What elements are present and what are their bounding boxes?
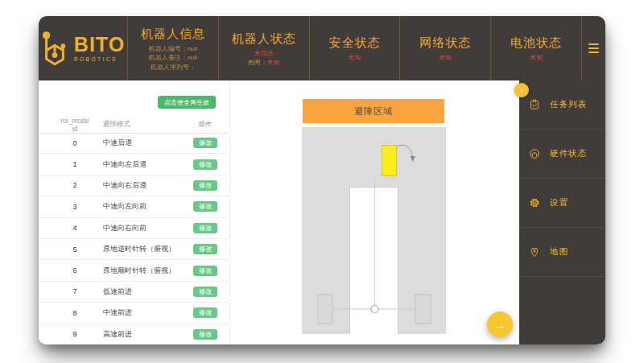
sync-status: 未同步 [254,49,274,58]
table-row: 7 低速前进 修改 [39,282,229,303]
section-title: 机器人状态 [232,31,296,47]
modify-button[interactable]: 修改 [193,266,217,276]
table-row: 5 原地逆时针转（俯视） 修改 [39,239,229,260]
table-row: 2 中速向右后退 修改 [39,175,229,196]
table-row: 6 原地顺时针转（俯视） 修改 [39,260,229,281]
topbar-section-battery-status[interactable]: 电池状态 未知 [490,16,581,80]
modify-button[interactable]: 修改 [193,307,217,318]
brand-logo: BITO ROBOTICS [39,16,127,80]
section-title: 机器人信息 [141,27,205,42]
topbar-section-safety-status[interactable]: 安全状态 未知 [309,16,400,80]
sidebar-item-hardware-status[interactable]: 硬件状态 [519,130,605,179]
map-icon [529,246,540,258]
modify-button[interactable]: 修改 [193,329,217,340]
section-title: 电池状态 [510,35,562,51]
app-window: BITO ROBOTICS 机器人信息 机器人编号：null 机器人备注：nul… [39,16,605,344]
sidebar-item-label: 硬件状态 [550,148,587,159]
topbar-section-network-status[interactable]: 网络状态 未知 [399,16,490,80]
table-row: 3 中速向左向前 修改 [39,196,229,217]
sidebar-item-map[interactable]: 地图 [519,228,605,277]
table-row: 4 中速向右向前 修改 [39,218,229,239]
hardware-status-icon [529,148,540,159]
network-status-value: 未知 [439,53,452,62]
bito-logo-icon [41,30,68,67]
robot-id-line: 机器人编号：null [149,44,197,53]
section-title: 安全状态 [328,35,380,51]
roi-mode-panel: 点击使全局生效 roi_mode id 避障模式 操作 0 中速后退 修改 1 … [39,80,230,344]
left-wheel [318,295,332,324]
topbar-section-robot-status[interactable]: 机器人状态 未同步 抱闸：未知 [218,16,309,80]
obstacle-zone-diagram [302,127,446,334]
table-header: roi_mode id 避障模式 操作 [39,117,229,134]
brake-status-line: 抱闸：未知 [248,58,280,67]
modify-button[interactable]: 修改 [193,138,217,148]
sidebar-item-settings[interactable]: 设置 [519,179,605,228]
main-content: 点击使全局生效 roi_mode id 避障模式 操作 0 中速后退 修改 1 … [39,80,605,344]
right-sidebar: › 任务列表 [519,80,605,344]
hamburger-menu-icon[interactable] [581,16,605,80]
apply-global-button[interactable]: 点击使全局生效 [158,96,216,109]
sidebar-expand-badge[interactable]: › [514,83,529,97]
table-row: 8 中速前进 修改 [39,303,229,324]
modify-button[interactable]: 修改 [193,201,217,212]
column-header-action: 操作 [193,120,217,130]
obstacle-zone-header: 避障区域 [303,99,444,123]
chevron-right-icon: › [520,85,523,95]
section-title: 网络状态 [419,35,471,51]
robot-body-cutout [349,187,398,334]
right-wheel [415,295,431,324]
safety-status-value: 未知 [348,53,361,62]
table-row: 0 中速后退 修改 [39,133,229,154]
arrow-right-icon: → [494,318,506,332]
modify-button[interactable]: 修改 [193,180,217,191]
settings-icon [529,197,540,208]
robot-serial-line: 机器人序列号： [151,63,196,72]
rotation-arrow [397,145,413,157]
sidebar-item-label: 设置 [550,197,568,208]
column-header-mode: 避障模式 [91,120,193,130]
task-list-icon [529,99,540,110]
table-body: 0 中速后退 修改 1 中速向左后退 修改 2 中速向右后退 修改 3 中速向左… [39,133,229,344]
modify-button[interactable]: 修改 [193,159,217,170]
table-row: 1 中速向左后退 修改 [39,154,229,175]
column-header-roi-mode-id: roi_mode id [59,117,91,133]
top-bar: BITO ROBOTICS 机器人信息 机器人编号：null 机器人备注：nul… [39,16,605,80]
topbar-section-robot-info[interactable]: 机器人信息 机器人编号：null 机器人备注：null 机器人序列号： [127,16,218,80]
brand-name: BITO [74,35,125,55]
robot-note-line: 机器人备注：null [149,53,197,62]
modify-button[interactable]: 修改 [193,287,217,297]
sidebar-item-label: 地图 [550,246,568,258]
sidebar-item-task-list[interactable]: 任务列表 [519,80,605,130]
modify-button[interactable]: 修改 [193,223,217,233]
next-fab-button[interactable]: → [487,311,513,337]
sidebar-item-label: 任务列表 [550,99,587,110]
battery-status-value: 未知 [530,53,543,62]
modify-button[interactable]: 修改 [193,244,217,254]
obstacle-zone-rect[interactable] [382,145,397,176]
brand-subtitle: ROBOTICS [74,56,118,62]
table-row: 9 高速前进 修改 [39,324,229,344]
